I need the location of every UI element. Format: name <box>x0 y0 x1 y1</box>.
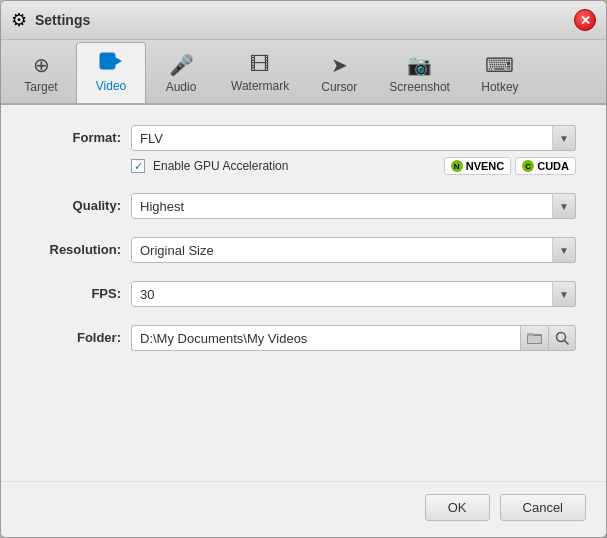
quality-row: Quality: Highest High Medium Low ▼ <box>31 193 576 219</box>
tab-screenshot[interactable]: 📷 Screenshot <box>374 44 465 103</box>
fps-select[interactable]: 15 20 25 30 60 <box>131 281 576 307</box>
svg-rect-3 <box>527 333 534 336</box>
folder-input[interactable] <box>131 325 520 351</box>
resolution-select-wrapper: Original Size 1920x1080 1280x720 640x480… <box>131 237 576 263</box>
cancel-button[interactable]: Cancel <box>500 494 586 521</box>
svg-marker-1 <box>115 57 122 65</box>
video-icon <box>99 51 123 76</box>
cuda-badge: C CUDA <box>515 157 576 175</box>
folder-row: Folder: <box>31 325 576 351</box>
settings-window: ⚙ Settings ✕ ⊕ Target Video 🎤 Audio 🎞 Wa… <box>0 0 607 538</box>
tab-audio[interactable]: 🎤 Audio <box>146 44 216 103</box>
resolution-label: Resolution: <box>31 237 121 257</box>
folder-browse-button[interactable] <box>520 325 548 351</box>
resolution-row: Resolution: Original Size 1920x1080 1280… <box>31 237 576 263</box>
format-select[interactable]: FLV MP4 AVI MKV <box>131 125 576 151</box>
audio-icon: 🎤 <box>169 53 194 77</box>
screenshot-icon: 📷 <box>407 53 432 77</box>
format-group: FLV MP4 AVI MKV ▼ ✓ Enable GPU Accelerat… <box>131 125 576 175</box>
watermark-icon: 🎞 <box>250 53 270 76</box>
svg-rect-0 <box>100 53 115 69</box>
hotkey-icon: ⌨ <box>485 53 514 77</box>
folder-search-button[interactable] <box>548 325 576 351</box>
tab-bar: ⊕ Target Video 🎤 Audio 🎞 Watermark ➤ Cur… <box>1 40 606 105</box>
tab-video[interactable]: Video <box>76 42 146 103</box>
resolution-select[interactable]: Original Size 1920x1080 1280x720 640x480 <box>131 237 576 263</box>
nvenc-icon: N <box>451 160 463 172</box>
nvenc-label: NVENC <box>466 160 505 172</box>
cuda-icon: C <box>522 160 534 172</box>
folder-label: Folder: <box>31 325 121 345</box>
cursor-icon: ➤ <box>331 53 348 77</box>
nvenc-badge: N NVENC <box>444 157 512 175</box>
quality-select[interactable]: Highest High Medium Low <box>131 193 576 219</box>
quality-label: Quality: <box>31 193 121 213</box>
fps-row: FPS: 15 20 25 30 60 ▼ <box>31 281 576 307</box>
close-button[interactable]: ✕ <box>574 9 596 31</box>
format-label: Format: <box>31 125 121 145</box>
target-icon: ⊕ <box>33 53 50 77</box>
window-title: Settings <box>35 12 566 28</box>
cuda-label: CUDA <box>537 160 569 172</box>
gpu-badges: N NVENC C CUDA <box>444 157 576 175</box>
title-bar: ⚙ Settings ✕ <box>1 1 606 40</box>
tab-cursor[interactable]: ➤ Cursor <box>304 44 374 103</box>
settings-icon: ⚙ <box>11 9 27 31</box>
ok-button[interactable]: OK <box>425 494 490 521</box>
gpu-label: Enable GPU Acceleration <box>153 159 288 173</box>
format-row: Format: FLV MP4 AVI MKV ▼ ✓ Enable GPU A… <box>31 125 576 175</box>
gpu-row: ✓ Enable GPU Acceleration N NVENC C CUDA <box>131 157 576 175</box>
content-area: Format: FLV MP4 AVI MKV ▼ ✓ Enable GPU A… <box>1 105 606 481</box>
tab-watermark[interactable]: 🎞 Watermark <box>216 44 304 103</box>
tab-hotkey[interactable]: ⌨ Hotkey <box>465 44 535 103</box>
gpu-checkbox[interactable]: ✓ <box>131 159 145 173</box>
format-select-wrapper: FLV MP4 AVI MKV ▼ <box>131 125 576 151</box>
folder-control-group <box>131 325 576 351</box>
tab-target[interactable]: ⊕ Target <box>6 44 76 103</box>
quality-select-wrapper: Highest High Medium Low ▼ <box>131 193 576 219</box>
footer: OK Cancel <box>1 481 606 537</box>
fps-label: FPS: <box>31 281 121 301</box>
fps-select-wrapper: 15 20 25 30 60 ▼ <box>131 281 576 307</box>
svg-rect-4 <box>528 336 541 343</box>
svg-line-6 <box>565 341 569 345</box>
